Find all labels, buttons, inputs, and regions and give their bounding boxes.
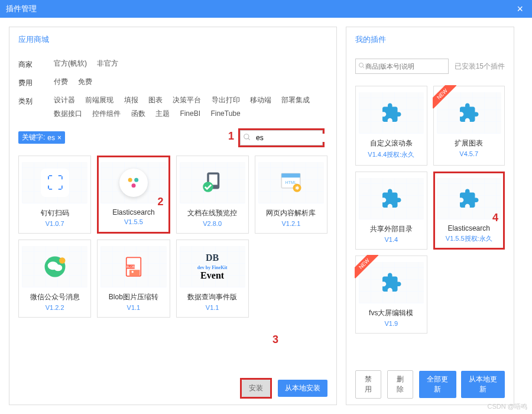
plugin-version: V1.2.2 [22, 304, 87, 311]
filter-category: 类别 设计器 前端展现 填报 图表 决策平台 导出打印 移动端 部署集成 数据接… [18, 95, 327, 122]
filter-option[interactable]: 函数 [131, 109, 145, 119]
filter-cost-label: 费用 [18, 77, 54, 90]
filter-option[interactable]: 非官方 [97, 59, 118, 69]
plugin-icon [22, 246, 87, 287]
search-highlight: 1 [238, 128, 325, 147]
local-update-button[interactable]: 从本地更新 [461, 371, 505, 398]
plugin-name: fvs大屏编辑模 [359, 308, 424, 318]
search-input-wrap [240, 130, 323, 145]
search-input[interactable] [254, 134, 336, 142]
plugin-card[interactable]: 微信公众号消息V1.2.2 [18, 240, 91, 318]
my-plugins-search-input[interactable] [365, 63, 446, 70]
my-plugins-title: 我的插件 [346, 27, 514, 53]
plugin-card[interactable]: ⛶钉钉扫码V1.0.7 [18, 156, 91, 234]
plugin-card[interactable]: HTML✱网页内容解析库V1.2.1 [255, 156, 327, 234]
plugin-name: 数据查询事件版 [180, 292, 245, 302]
svg-line-23 [363, 66, 365, 68]
update-all-button[interactable]: 全部更新 [419, 371, 457, 398]
filter-option[interactable]: FineTube [210, 109, 240, 118]
search-icon [243, 133, 251, 143]
filter-option[interactable]: FineBI [180, 109, 200, 118]
window-title: 插件管理 [6, 4, 37, 14]
filter-option[interactable]: 主题 [155, 109, 170, 119]
filter-option[interactable]: 部署集成 [281, 95, 310, 105]
main-content: 应用商城 商家 官方(帆软) 非官方 费用 付费 免费 类别 [0, 18, 532, 414]
mini-search [355, 59, 449, 74]
keyword-remove-icon[interactable]: × [57, 134, 61, 142]
filter-category-label: 类别 [18, 95, 54, 122]
plugin-version: V1.1 [100, 304, 166, 311]
filter-option[interactable]: 官方(帆软) [54, 59, 87, 69]
filter-option[interactable]: 填报 [124, 95, 138, 105]
annotation-1: 1 [228, 130, 234, 143]
my-plugin-card[interactable]: 自定义滚动条V1.4.4授权:永久 [355, 86, 427, 166]
search-icon [358, 62, 365, 71]
plugin-version: V1.0.7 [22, 220, 87, 227]
plugin-name: 微信公众号消息 [22, 292, 87, 302]
svg-text:✱: ✱ [295, 185, 300, 191]
filter-option[interactable]: 图表 [148, 95, 163, 105]
filter-option[interactable]: 付费 [54, 77, 68, 87]
plugin-icon [437, 178, 502, 219]
svg-text:BLOB: BLOB [126, 265, 135, 269]
local-install-button[interactable]: 从本地安装 [278, 380, 327, 397]
plugin-name: 文档在线预览控 [180, 208, 245, 218]
my-plugin-card[interactable]: NEW扩展图表V4.5.7 [433, 86, 505, 166]
plugin-version: V1.1 [180, 304, 245, 311]
plugin-version: V1.2.1 [258, 220, 324, 227]
plugin-card[interactable]: DBdev by FineKitEvent数据查询事件版V1.1 [176, 240, 249, 318]
plugin-name: 自定义滚动条 [359, 138, 424, 148]
plugin-grid: ⛶钉钉扫码V1.0.7ElasticsearchV1.5.52文档在线预览控V2… [18, 156, 327, 318]
svg-point-3 [134, 178, 138, 182]
annotation-4: 4 [492, 212, 498, 224]
filter-option[interactable]: 移动端 [250, 95, 271, 105]
disable-button[interactable]: 禁用 [355, 370, 381, 399]
plugin-card[interactable]: 文档在线预览控V2.8.0 [176, 156, 249, 234]
filter-cost-values: 付费 免费 [54, 77, 327, 90]
plugin-icon: ⛶ [22, 162, 87, 203]
filter-option[interactable]: 数据接口 [54, 109, 82, 119]
delete-button[interactable]: 删除 [387, 370, 413, 399]
filter-option[interactable]: 决策平台 [173, 95, 201, 105]
new-ribbon-icon: NEW [433, 85, 456, 109]
plugin-card[interactable]: ElasticsearchV1.5.52 [97, 156, 170, 234]
install-button[interactable]: 安装 [242, 380, 270, 397]
svg-point-22 [359, 63, 364, 67]
plugin-icon [180, 162, 245, 203]
filter-option[interactable]: 前端展现 [85, 95, 113, 105]
left-actions: 禁用 删除 [355, 370, 413, 399]
plugin-name: Blob图片压缩转 [100, 292, 166, 302]
plugin-icon [100, 162, 166, 203]
filter-cost: 费用 付费 免费 [18, 77, 327, 90]
svg-line-1 [248, 138, 250, 140]
my-plugin-card[interactable]: NEWfvs大屏编辑模V1.9 [355, 255, 427, 334]
plugin-icon: BLOB [100, 246, 166, 287]
watermark: CSDN @唔鸣 [488, 402, 527, 411]
filter-option[interactable]: 控件组件 [92, 109, 121, 119]
keyword-tag: 关键字:es × [18, 131, 65, 144]
keyword-row: 关键字:es × 1 [18, 131, 327, 144]
plugin-version: V1.4.4授权:永久 [359, 150, 424, 159]
my-plugin-card[interactable]: ElasticsearchV1.5.5授权:永久4 [433, 172, 505, 250]
plugin-icon [359, 178, 424, 219]
close-icon[interactable]: × [514, 3, 526, 15]
right-top-bar: 已安装15个插件 [355, 59, 505, 74]
svg-text:HTML: HTML [286, 180, 297, 185]
installed-count: 已安装15个插件 [455, 62, 505, 72]
filter-option[interactable]: 导出打印 [212, 95, 240, 105]
app-store-title: 应用商城 [9, 27, 336, 53]
app-store-body: 商家 官方(帆软) 非官方 费用 付费 免费 类别 设计器 前端展现 [9, 53, 336, 372]
svg-point-4 [131, 183, 135, 187]
install-highlight: 安装 [240, 378, 272, 399]
svg-rect-20 [129, 270, 140, 276]
right-actions: 全部更新 从本地更新 [419, 371, 505, 398]
filter-option[interactable]: 免费 [78, 77, 92, 87]
filter-option[interactable]: 设计器 [54, 95, 75, 105]
plugin-version: V1.4 [359, 236, 424, 243]
my-plugins-panel: 我的插件 已安装15个插件 自定义滚动条V1.4.4授权:永久NEW扩展图表V4… [346, 27, 514, 405]
my-plugins-body: 已安装15个插件 自定义滚动条V1.4.4授权:永久NEW扩展图表V4.5.7共… [346, 53, 514, 364]
title-bar: 插件管理 × [0, 0, 532, 18]
plugin-icon [359, 92, 424, 134]
plugin-card[interactable]: BLOBBlob图片压缩转V1.1 [97, 240, 170, 318]
my-plugin-card[interactable]: 共享外部目录V1.4 [355, 172, 427, 250]
